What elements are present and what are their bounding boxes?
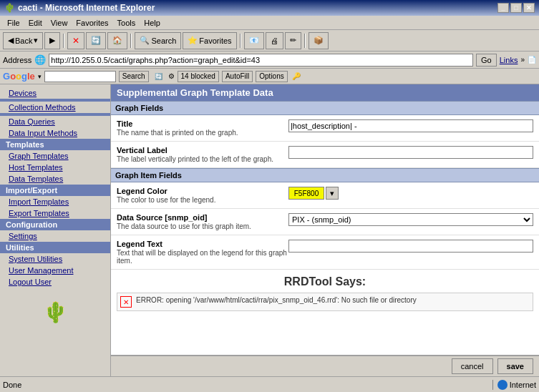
stop-button[interactable]: ✕	[67, 32, 84, 49]
minimize-button[interactable]: _	[497, 3, 509, 13]
internet-icon	[497, 380, 508, 390]
sidebar-item-export[interactable]: Export Templates	[0, 207, 110, 219]
field-desc-data-source: The data source to use for this graph it…	[117, 222, 288, 230]
links-button[interactable]: Links	[500, 56, 518, 64]
color-swatch: F5F800	[288, 187, 324, 200]
content-area: Supplemental Graph Template Data Graph F…	[111, 84, 539, 355]
color-value: F5F800	[294, 190, 319, 197]
toolbar-separator-2	[130, 34, 132, 48]
addressbar: Address 🌐 Go Links » 📄	[0, 52, 539, 69]
field-desc-legend-text: Text that will be displayed on the legen…	[117, 249, 288, 265]
pdf-icon: 📄	[528, 56, 536, 64]
field-desc-title: The name that is printed on the graph.	[117, 129, 288, 137]
field-label-legend-text: Legend Text	[117, 240, 288, 248]
maximize-button[interactable]: □	[510, 3, 522, 13]
cancel-button[interactable]: cancel	[452, 358, 493, 374]
address-label: Address	[3, 56, 31, 64]
forward-icon: ▶	[49, 36, 55, 45]
form-row-legend-text: Legend Text Text that will be displayed …	[111, 235, 539, 270]
back-dropdown-icon: ▾	[34, 36, 38, 45]
google-logo: Google	[3, 71, 35, 82]
rrd-error-box: ✕ ERROR: opening '/var/www/html/cacti/rr…	[117, 293, 533, 311]
print-button[interactable]: 🖨	[266, 32, 283, 49]
blocked-button[interactable]: 14 blocked	[178, 71, 219, 82]
home-button[interactable]: 🏠	[107, 32, 127, 49]
sidebar-section-utilities: Utilities	[0, 242, 110, 253]
menu-file[interactable]: File	[3, 17, 24, 29]
toolbar: ◀ Back ▾ ▶ ✕ 🔄 🏠 🔍 Search ⭐ Favorites 📧 …	[0, 30, 539, 52]
google-dropdown-icon[interactable]: ▾	[38, 73, 42, 80]
media-button[interactable]: 📧	[244, 32, 264, 49]
section-graph-item-fields: Graph Item Fields	[111, 168, 539, 182]
sidebar-item-users[interactable]: User Management	[0, 265, 110, 276]
refresh-button[interactable]: 🔄	[86, 32, 106, 49]
search-icon: 🔍	[140, 36, 150, 45]
sidebar-item-graph-templates[interactable]: Graph Templates	[0, 150, 110, 162]
sidebar-item-system[interactable]: System Utilities	[0, 253, 110, 265]
close-button[interactable]: ✕	[523, 3, 535, 13]
toolbar-separator-3	[240, 34, 241, 48]
go-button[interactable]: Go	[476, 54, 497, 67]
vertical-label-input[interactable]	[288, 146, 533, 159]
search-button[interactable]: 🔍 Search	[135, 32, 181, 49]
back-button[interactable]: ◀ Back ▾	[3, 32, 43, 49]
rrd-error-icon: ✕	[120, 296, 132, 308]
menu-view[interactable]: View	[47, 17, 72, 29]
sidebar-item-data-queries[interactable]: Data Queries	[0, 116, 110, 127]
window-controls[interactable]: _ □ ✕	[497, 3, 535, 13]
sidebar-section-importexport: Import/Export	[0, 185, 110, 196]
expand-icon[interactable]: »	[520, 56, 525, 64]
field-desc-vertical: The label vertically printed to the left…	[117, 155, 288, 163]
sidebar-item-devices[interactable]: Devices	[0, 87, 110, 99]
google-search-input[interactable]	[44, 71, 116, 82]
menu-favorites[interactable]: Favorites	[72, 17, 112, 29]
google-search-button[interactable]: Search	[119, 71, 149, 82]
autofill-button[interactable]: AutoFill	[222, 71, 253, 82]
sidebar-section-templates: Templates	[0, 139, 110, 150]
menu-help[interactable]: Help	[140, 17, 165, 29]
sidebar-item-data-templates[interactable]: Data Templates	[0, 173, 110, 185]
rrd-error-text: ERROR: opening '/var/www/html/cacti/rra/…	[136, 296, 417, 304]
options-button[interactable]: Options	[256, 71, 287, 82]
rrd-title: RRDTool Says:	[117, 275, 533, 288]
sidebar-item-import[interactable]: Import Templates	[0, 196, 110, 207]
menu-tools[interactable]: Tools	[113, 17, 140, 29]
statusbar: Done Internet	[0, 376, 539, 392]
save-button[interactable]: save	[497, 358, 533, 374]
msn-button[interactable]: 📦	[309, 32, 329, 49]
google-refresh-icon: 🔄	[155, 73, 162, 80]
sidebar-item-logout[interactable]: Logout User	[0, 276, 110, 288]
menubar: File Edit View Favorites Tools Help	[0, 16, 539, 30]
sidebar: Devices Collection Methods Data Queries …	[0, 84, 111, 376]
footer-bar: cancel save	[111, 355, 539, 376]
address-input[interactable]	[49, 54, 473, 67]
toolbar-separator-1	[63, 34, 64, 48]
sidebar-item-host-templates[interactable]: Host Templates	[0, 162, 110, 173]
menu-edit[interactable]: Edit	[24, 17, 47, 29]
sidebar-section-configuration: Configuration	[0, 219, 110, 230]
address-icon: 🌐	[34, 54, 46, 65]
zone-label: Internet	[510, 381, 536, 389]
form-row-data-source: Data Source [snmp_oid] The data source t…	[111, 209, 539, 235]
google-expand-icon: 🔑	[292, 72, 301, 80]
field-desc-legend-color: The color to use for the legend.	[117, 196, 288, 204]
legend-text-input[interactable]	[288, 240, 533, 253]
section-graph-fields: Graph Fields	[111, 101, 539, 115]
field-label-title: Title	[117, 119, 288, 128]
favorites-button[interactable]: ⭐ Favorites	[183, 32, 236, 49]
form-row-title: Title The name that is printed on the gr…	[111, 115, 539, 142]
status-text: Done	[3, 381, 487, 389]
main-layout: Devices Collection Methods Data Queries …	[0, 84, 539, 376]
forward-button[interactable]: ▶	[44, 32, 60, 49]
data-source-select[interactable]: PIX - (snmp_oid)	[288, 213, 533, 226]
back-icon: ◀	[8, 36, 14, 45]
title-input[interactable]	[288, 119, 533, 132]
star-icon: ⭐	[188, 36, 198, 45]
field-label-data-source: Data Source [snmp_oid]	[117, 213, 288, 222]
edit-button[interactable]: ✏	[285, 32, 301, 49]
color-dropdown-button[interactable]: ▾	[326, 187, 339, 200]
sidebar-item-settings[interactable]: Settings	[0, 230, 110, 242]
sidebar-item-data-input[interactable]: Data Input Methods	[0, 127, 110, 139]
sidebar-item-collection[interactable]: Collection Methods	[0, 102, 110, 113]
page-title: Supplemental Graph Template Data	[111, 84, 539, 101]
